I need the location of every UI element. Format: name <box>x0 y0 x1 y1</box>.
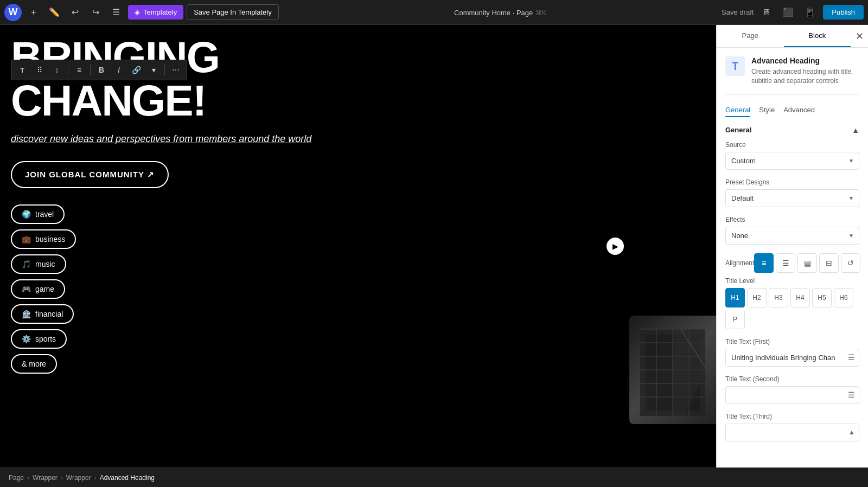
h4-button[interactable]: H4 <box>790 288 810 307</box>
breadcrumb-wrapper-1[interactable]: Wrapper <box>33 474 58 482</box>
general-section-header: General ▲ <box>725 126 859 134</box>
edit-button[interactable]: ✏️ <box>46 4 63 21</box>
tag-business[interactable]: 💼 business <box>11 229 76 249</box>
add-block-button[interactable]: + <box>25 4 42 21</box>
drag-handle-button[interactable]: ⠿ <box>32 62 47 78</box>
tag-music[interactable]: 🎵 music <box>11 254 66 274</box>
redo-button[interactable]: ↪ <box>87 4 104 21</box>
plus-icon: + <box>31 8 36 17</box>
list-view-button[interactable]: ☰ <box>107 4 125 21</box>
preset-select[interactable]: Default <box>725 189 859 207</box>
tab-block[interactable]: Block <box>784 25 851 47</box>
pencil-icon: ✏️ <box>49 7 60 17</box>
drag-icon: ⠿ <box>37 66 42 74</box>
align-center-button[interactable]: ☰ <box>776 253 795 273</box>
bold-button[interactable]: B <box>94 62 109 78</box>
tag-game[interactable]: 🎮 game <box>11 279 65 299</box>
sidebar-tab-bar: Page Block ✕ <box>717 25 868 48</box>
h5-button[interactable]: H5 <box>812 288 832 307</box>
chevron-down-icon: ▾ <box>152 66 156 74</box>
main-layout: T ⠿ ↕ ≡ B I 🔗 ▾ <box>0 25 868 467</box>
breadcrumb-page[interactable]: Page <box>9 474 24 482</box>
sidebar-close-button[interactable]: ✕ <box>851 28 868 45</box>
breadcrumb-advanced-heading[interactable]: Advanced Heading <box>100 474 155 482</box>
general-section-toggle[interactable]: ▲ <box>852 126 859 134</box>
title-third-edit-icon[interactable]: ▲ <box>848 428 855 436</box>
monitor-icon: 🖥 <box>762 8 771 17</box>
save-draft-button[interactable]: Save draft <box>722 8 754 16</box>
title-first-edit-icon[interactable]: ☰ <box>848 353 855 362</box>
tag-travel[interactable]: 🌍 travel <box>11 204 65 224</box>
wp-logo-icon[interactable]: W <box>4 4 22 21</box>
h6-button[interactable]: H6 <box>834 288 853 307</box>
title-level-group: H1 H2 H3 H4 H5 H6 P <box>725 288 859 329</box>
keyboard-shortcut-hint: ⌘K <box>535 9 546 17</box>
topbar-right: Save draft 🖥 ⬛ 📱 Publish <box>722 4 864 21</box>
save-templately-button[interactable]: Save Page In Templately <box>187 4 279 20</box>
title-text-third-input[interactable] <box>725 424 859 441</box>
h1-button[interactable]: H1 <box>725 288 745 307</box>
tags-list: 🌍 travel 💼 business 🎵 music 🎮 game 🏦 <box>11 204 705 374</box>
join-community-button[interactable]: JOIN GLOBAL COMMUNITY ↗ <box>11 161 169 188</box>
title-second-edit-icon[interactable]: ☰ <box>848 390 855 399</box>
preview-view-button[interactable]: 🖥 <box>758 4 775 21</box>
h3-button[interactable]: H3 <box>769 288 788 307</box>
transform-block-button[interactable]: T <box>15 62 30 78</box>
link-button[interactable]: 🔗 <box>129 62 144 78</box>
title-text-third-wrapper: ▲ <box>725 424 859 441</box>
align-text-button[interactable]: ≡ <box>72 62 87 78</box>
align-right-button[interactable]: ▤ <box>797 253 817 273</box>
alignment-row: Alignment ≡ ☰ ▤ ⊟ ↺ <box>725 253 859 273</box>
heading-line2: CHANGE! <box>11 79 705 123</box>
advanced-heading-icon: T <box>732 60 738 73</box>
templately-button[interactable]: ◈ Templately <box>128 5 183 20</box>
tablet-view-button[interactable]: ⬛ <box>780 4 797 21</box>
effects-select[interactable]: None <box>725 227 859 245</box>
mobile-view-button[interactable]: 📱 <box>801 4 819 21</box>
source-select[interactable]: Custom <box>725 152 859 170</box>
title-text-second-input[interactable] <box>725 386 859 404</box>
tag-sports[interactable]: ⚙️ sports <box>11 329 67 349</box>
tag-more[interactable]: & more <box>11 354 57 374</box>
text-color-dropdown-button[interactable]: ▾ <box>146 62 161 78</box>
align-reset-button[interactable]: ↺ <box>841 253 860 273</box>
redo-icon: ↪ <box>92 7 99 17</box>
align-left-button[interactable]: ≡ <box>754 253 774 273</box>
more-options-button[interactable]: ⋯ <box>168 62 183 78</box>
block-description: Create advanced heading with title, subt… <box>751 67 859 86</box>
block-name: Advanced Heading <box>751 56 859 65</box>
link-icon: 🔗 <box>132 66 141 74</box>
templately-icon: ◈ <box>135 8 140 16</box>
tablet-icon: ⬛ <box>783 7 794 17</box>
h2-button[interactable]: H2 <box>747 288 767 307</box>
undo-button[interactable]: ↩ <box>66 4 84 21</box>
breadcrumb-sep-1: › <box>27 474 29 482</box>
title-text-first-input[interactable] <box>725 349 859 367</box>
panel-tab-advanced[interactable]: Advanced <box>783 106 815 117</box>
source-select-wrapper: Custom ▼ <box>725 152 859 170</box>
breadcrumb-sep-3: › <box>94 474 97 482</box>
music-label: music <box>35 260 55 268</box>
subtitle-text: discover new ideas and perspectives from… <box>11 133 705 145</box>
sports-emoji: ⚙️ <box>22 335 31 343</box>
sports-label: sports <box>35 335 56 343</box>
travel-label: travel <box>35 210 54 219</box>
ellipsis-icon: ⋯ <box>172 66 180 74</box>
panel-tab-general[interactable]: General <box>725 106 750 117</box>
align-justify-button[interactable]: ⊟ <box>819 253 839 273</box>
publish-button[interactable]: Publish <box>823 5 864 20</box>
tag-financial[interactable]: 🏦 financial <box>11 304 74 324</box>
topbar: W + ✏️ ↩ ↪ ☰ ◈ Templately Save Page In T… <box>0 0 868 25</box>
move-icon: ↕ <box>55 66 59 74</box>
alignment-controls: ≡ ☰ ▤ ⊟ ↺ <box>754 253 860 273</box>
right-sidebar: Page Block ✕ T Advanced Heading Create a… <box>716 25 868 467</box>
general-section-title: General <box>725 126 751 134</box>
effects-select-wrapper: None ▼ <box>725 227 859 245</box>
panel-tab-style[interactable]: Style <box>759 106 775 117</box>
move-button[interactable]: ↕ <box>49 62 65 78</box>
expand-handle-button[interactable]: ▶ <box>607 238 624 255</box>
italic-button[interactable]: I <box>111 62 126 78</box>
p-button[interactable]: P <box>725 310 745 329</box>
tab-page[interactable]: Page <box>717 25 784 47</box>
breadcrumb-wrapper-2[interactable]: Wrapper <box>66 474 91 482</box>
